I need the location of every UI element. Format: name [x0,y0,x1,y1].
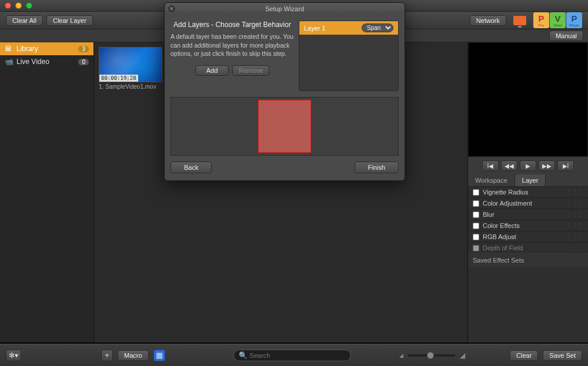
add-layer-button[interactable]: Add [195,65,229,76]
go-to-start-button[interactable]: I◀ [482,160,499,171]
settings-gear-button[interactable]: ✻▾ [6,350,21,361]
drag-handle-icon[interactable]: ⋮⋮⋮ [566,200,583,207]
manual-button[interactable]: Manual [549,31,583,41]
search-field[interactable]: 🔍 [233,350,351,361]
zoom-slider[interactable] [408,354,455,357]
sidebar-item-label: Live Video [16,58,49,66]
zoom-out-icon[interactable]: ◢ [399,352,403,358]
camera-icon: 📹 [5,58,13,66]
tab-workspace[interactable]: Workspace [468,174,515,186]
layer-mode-select[interactable]: Span [362,23,393,32]
effect-row[interactable]: Depth of Field⋮⋮⋮ [468,243,588,254]
setup-wizard-dialog: ✕ Setup Wizard Add Layers - Choose Targe… [164,2,405,181]
effect-row[interactable]: Vignette Radius⋮⋮⋮ [468,187,588,198]
zoom-in-icon[interactable]: ◢ [460,351,465,360]
thumbnail-timecode: 00:00:19;28 [99,75,138,82]
source-sidebar: 🏛 Library 3 📹 Live Video 0 [0,42,94,343]
drag-handle-icon[interactable]: ⋮⋮⋮ [566,189,583,196]
wizard-description: A default layer has been created for you… [171,32,294,58]
effect-checkbox[interactable] [473,223,479,229]
effect-row[interactable]: Color Effects⋮⋮⋮ [468,220,588,231]
sidebar-item-live-video[interactable]: 📹 Live Video 0 [0,55,93,68]
thumbnail-image: 00:00:19;28 [99,47,162,82]
sidebar-item-label: Library [16,45,38,53]
drag-handle-icon[interactable]: ⋮⋮⋮ [566,233,583,241]
layer-name: Layer 1 [304,25,326,32]
clear-button[interactable]: Clear [510,350,538,361]
preview-viewport [468,42,588,157]
library-icon: 🏛 [5,45,13,53]
window-maximize-button[interactable] [26,2,32,9]
fast-forward-button[interactable]: ▶▶ [539,160,555,171]
save-set-button[interactable]: Save Set [543,350,582,361]
layout-toggle-button[interactable]: ▦ [153,350,165,361]
effect-checkbox[interactable] [473,234,479,240]
add-button[interactable]: + [101,350,113,361]
saved-effect-sets-heading: Saved Effect Sets [468,254,588,267]
target-canvas [171,97,399,156]
sidebar-item-library[interactable]: 🏛 Library 3 [0,42,93,55]
effect-checkbox[interactable] [473,211,479,218]
drag-handle-icon[interactable]: ⋮⋮⋮ [566,222,583,230]
output-display-icon[interactable] [513,16,526,25]
thumbnail-label: 1. SampleVideo1.mov [99,82,162,91]
search-input[interactable] [250,352,346,359]
wizard-heading: Add Layers - Choose Target Behavior [171,21,294,29]
network-button[interactable]: Network [470,15,506,26]
clear-all-button[interactable]: Clear All [6,15,43,26]
effect-checkbox[interactable] [473,200,479,207]
clear-layer-button[interactable]: Clear Layer [46,15,93,26]
sidebar-item-count: 0 [78,59,89,65]
media-thumbnail[interactable]: 00:00:19;28 1. SampleVideo1.mov [99,47,162,91]
effect-checkbox[interactable] [473,245,479,251]
window-close-button[interactable] [5,2,11,9]
effect-row[interactable]: Blur⋮⋮⋮ [468,209,588,220]
go-to-end-button[interactable]: ▶I [557,160,574,171]
tab-layer[interactable]: Layer [515,174,546,186]
drag-handle-icon[interactable]: ⋮⋮⋮ [566,211,583,219]
effect-checkbox[interactable] [473,189,479,196]
search-icon: 🔍 [239,351,248,360]
transport-controls: I◀ ◀◀ ▶ ▶▶ ▶I [468,157,588,174]
dialog-close-button[interactable]: ✕ [168,5,175,12]
bottom-toolbar: ✻▾ + Macro ▦ 🔍 ◢ ◢ Clear Save Set [0,344,588,366]
dialog-titlebar: ✕ Setup Wizard [165,3,405,15]
window-minimize-button[interactable] [15,2,22,9]
play-button[interactable]: ▶ [520,160,536,171]
remove-layer-button[interactable]: Remove [232,65,269,76]
layer-row[interactable]: Layer 1 Span [299,21,398,35]
target-area[interactable] [258,100,311,153]
inspector-panel: I◀ ◀◀ ▶ ▶▶ ▶I Workspace Layer Vignette R… [467,42,588,343]
sidebar-item-count: 3 [78,46,89,52]
finish-button[interactable]: Finish [355,162,399,173]
macro-button[interactable]: Macro [118,350,149,361]
slider-knob[interactable] [427,352,434,359]
effect-row[interactable]: Color Adjustment⋮⋮⋮ [468,198,588,209]
layer-list: Layer 1 Span [299,21,399,91]
app-brand: PPro VVideo PPlayer [533,12,582,28]
back-button[interactable]: Back [171,162,212,173]
effects-list: Vignette Radius⋮⋮⋮ Color Adjustment⋮⋮⋮ B… [468,187,588,343]
rewind-button[interactable]: ◀◀ [501,160,517,171]
dialog-title: Setup Wizard [265,5,304,12]
inspector-tabs: Workspace Layer [468,174,588,187]
drag-handle-icon[interactable]: ⋮⋮⋮ [566,244,583,252]
effect-row[interactable]: RGB Adjust⋮⋮⋮ [468,231,588,243]
